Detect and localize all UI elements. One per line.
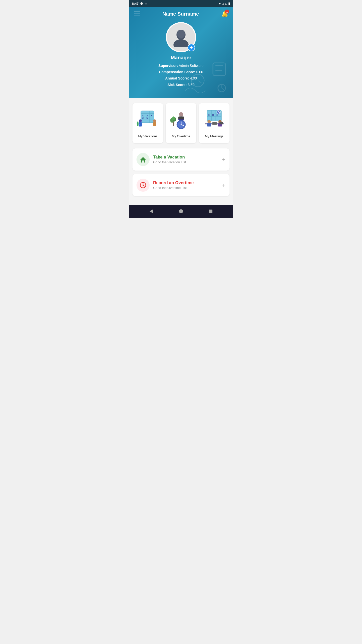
vacations-illustration: ✕ ✕ ✕ ✕ ✕ (134, 107, 161, 132)
svg-point-70 (143, 185, 144, 186)
vacation-add-icon[interactable]: + (222, 156, 225, 163)
card-my-overtime[interactable]: My Overtime (166, 103, 196, 143)
vacation-action-title: Take a Vacation (153, 155, 218, 160)
avatar-add-button[interactable]: + (188, 44, 195, 51)
svg-point-7 (218, 84, 225, 92)
overtime-action-subtitle: Go to the Overtime List (153, 186, 218, 190)
profile-header: Name Surname 🔔 1 + Manager Supervisor: A… (129, 7, 233, 98)
svg-text:✕: ✕ (142, 114, 144, 117)
sick-info: Sick Score: 3.50 (158, 82, 204, 88)
home-icon (140, 156, 147, 163)
svg-rect-26 (138, 124, 140, 125)
supervisor-label: Supervisor: (158, 64, 178, 68)
record-overtime-action[interactable]: Record an Overtime Go to the Overtime Li… (132, 174, 230, 196)
vacation-action-text: Take a Vacation Go to the Vacation List (153, 155, 218, 164)
svg-point-36 (179, 112, 183, 116)
home-nav-button[interactable] (176, 206, 186, 216)
compensation-info: Compensation Score: 0.00 (158, 69, 204, 75)
meetings-svg: ✕ ✕ ✕ (202, 108, 226, 130)
profile-info: Supervisor: Admin Software Compensation … (158, 63, 204, 88)
avatar-silhouette (171, 27, 191, 47)
svg-rect-73 (209, 210, 212, 213)
svg-marker-71 (150, 209, 153, 213)
card-vacations-label: My Vacations (138, 134, 157, 138)
status-bar-left: 8:47 ⚙ ▭ (132, 2, 147, 6)
status-time: 8:47 (132, 2, 139, 6)
svg-point-46 (172, 116, 175, 120)
circle-icon (179, 209, 183, 214)
wifi-icon: ▾ (219, 2, 221, 6)
svg-text:✕: ✕ (208, 114, 210, 116)
svg-point-42 (180, 124, 182, 125)
bottom-nav (129, 205, 233, 218)
overtime-illustration (168, 107, 194, 132)
vacations-svg: ✕ ✕ ✕ ✕ ✕ (136, 108, 160, 130)
meetings-illustration: ✕ ✕ ✕ (201, 107, 228, 132)
svg-text:✕: ✕ (142, 117, 144, 120)
svg-rect-37 (178, 116, 184, 119)
annual-label: Annual Score: (165, 76, 189, 80)
svg-rect-65 (219, 122, 223, 124)
overtime-action-title: Record an Overtime (153, 180, 218, 185)
profile-role: Manager (171, 55, 191, 61)
cards-section: ✕ ✕ ✕ ✕ ✕ (129, 98, 233, 148)
annual-value: 4.00 (190, 76, 197, 80)
svg-rect-31 (138, 124, 139, 124)
svg-rect-60 (207, 123, 211, 127)
back-button[interactable] (146, 206, 156, 216)
card-meetings-label: My Meetings (205, 134, 223, 138)
svg-text:✕: ✕ (150, 114, 152, 117)
status-bar: 8:47 ⚙ ▭ ▾ ▲▲ ▮ (129, 0, 233, 7)
vacation-action-subtitle: Go to the Vacation List (153, 160, 218, 164)
supervisor-info: Supervisor: Admin Software (158, 63, 204, 69)
cards-row: ✕ ✕ ✕ ✕ ✕ (132, 103, 230, 143)
card-my-meetings[interactable]: ✕ ✕ ✕ (199, 103, 230, 143)
svg-rect-62 (212, 125, 217, 125)
svg-marker-66 (140, 157, 146, 163)
svg-rect-61 (212, 122, 216, 125)
compensation-label: Compensation Score: (159, 70, 195, 74)
svg-text:✕: ✕ (146, 117, 148, 120)
sim-icon: ▭ (145, 2, 147, 5)
svg-point-24 (139, 119, 142, 122)
square-icon (209, 209, 213, 213)
signal-icon: ▲▲ (222, 2, 227, 5)
svg-rect-28 (153, 122, 156, 126)
card-overtime-label: My Overtime (172, 134, 190, 138)
card-my-vacations[interactable]: ✕ ✕ ✕ ✕ ✕ (132, 103, 163, 143)
compensation-value: 0.00 (196, 70, 203, 74)
take-vacation-action[interactable]: Take a Vacation Go to the Vacation List … (132, 148, 230, 171)
page-title: Name Surname (162, 11, 199, 17)
svg-point-12 (177, 30, 185, 38)
svg-text:✕: ✕ (216, 114, 218, 116)
supervisor-value: Admin Software (179, 64, 204, 68)
svg-text:✕: ✕ (212, 114, 214, 116)
overtime-icon-wrap (137, 179, 150, 192)
settings-icon: ⚙ (140, 2, 143, 6)
back-icon (149, 209, 154, 214)
svg-text:✕: ✕ (146, 114, 148, 117)
battery-icon: ▮ (228, 2, 230, 5)
avatar-container: + (166, 22, 196, 52)
svg-rect-30 (137, 123, 138, 124)
vacation-icon-wrap (137, 153, 150, 166)
svg-point-59 (207, 120, 211, 124)
annual-info: Annual Score: 4.00 (158, 75, 204, 82)
sick-value: 3.50 (188, 83, 194, 87)
svg-point-72 (179, 209, 183, 213)
overtime-add-icon[interactable]: + (222, 182, 225, 189)
overtime-svg (169, 108, 193, 130)
actions-section: Take a Vacation Go to the Vacation List … (129, 148, 233, 205)
notification-badge: 1 (225, 10, 229, 14)
svg-point-11 (173, 39, 189, 47)
recents-button[interactable] (206, 206, 216, 216)
sick-label: Sick Score: (167, 83, 187, 87)
status-bar-right: ▾ ▲▲ ▮ (219, 2, 230, 6)
header-top: Name Surname 🔔 1 (134, 11, 228, 17)
svg-line-9 (222, 88, 224, 90)
overtime-action-text: Record an Overtime Go to the Overtime Li… (153, 180, 218, 190)
svg-point-27 (153, 119, 156, 122)
menu-button[interactable] (134, 12, 140, 16)
clock-icon (140, 182, 147, 189)
notification-button[interactable]: 🔔 1 (221, 11, 228, 17)
